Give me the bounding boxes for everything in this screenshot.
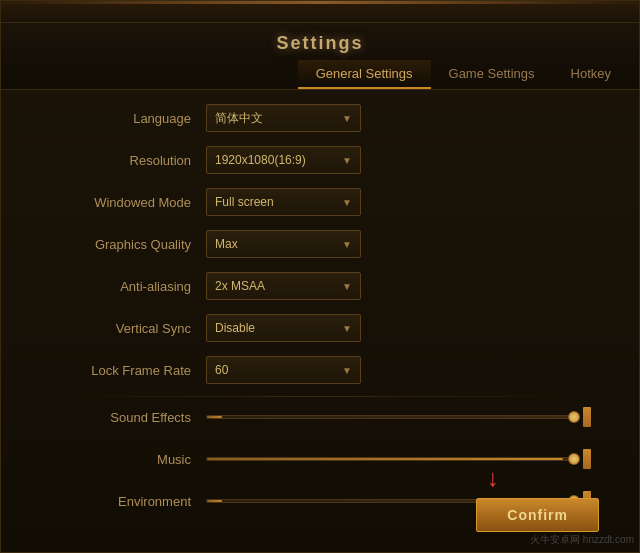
music-row: Music: [61, 443, 579, 475]
music-slider[interactable]: [206, 449, 579, 469]
settings-window: Settings General Settings Game Settings …: [0, 0, 640, 553]
environment-fill: [207, 500, 222, 502]
title-bar: Settings: [1, 23, 639, 60]
tab-hotkey[interactable]: Hotkey: [553, 60, 629, 89]
top-decorative-border: [1, 1, 639, 23]
music-thumb: [568, 453, 580, 465]
music-label: Music: [61, 452, 206, 467]
resolution-dropdown[interactable]: 1920x1080(16:9) ▼: [206, 146, 361, 174]
arrow-indicator: ↓: [487, 464, 499, 492]
language-dropdown[interactable]: 简体中文 ▼: [206, 104, 361, 132]
lock-frame-rate-dropdown[interactable]: 60 ▼: [206, 356, 361, 384]
resolution-dropdown-arrow: ▼: [342, 155, 352, 166]
confirm-button[interactable]: Confirm: [476, 498, 599, 532]
tab-bar: General Settings Game Settings Hotkey: [1, 60, 639, 90]
anti-aliasing-dropdown[interactable]: 2x MSAA ▼: [206, 272, 361, 300]
section-divider-1: [61, 396, 579, 397]
lock-frame-rate-row: Lock Frame Rate 60 ▼: [61, 354, 579, 386]
tab-game-settings[interactable]: Game Settings: [431, 60, 553, 89]
lock-frame-rate-dropdown-arrow: ▼: [342, 365, 352, 376]
watermark: 火牛安卓网 hnzzdt.com: [530, 533, 634, 547]
graphics-quality-dropdown[interactable]: Max ▼: [206, 230, 361, 258]
bottom-button-area: Confirm: [476, 498, 599, 532]
sound-effects-right-indicator: [583, 407, 591, 427]
music-track: [206, 457, 579, 461]
environment-label: Environment: [61, 494, 206, 509]
resolution-label: Resolution: [61, 153, 206, 168]
language-row: Language 简体中文 ▼: [61, 102, 579, 134]
sound-effects-fill: [207, 416, 222, 418]
windowed-mode-value: Full screen: [215, 195, 274, 209]
windowed-mode-label: Windowed Mode: [61, 195, 206, 210]
windowed-mode-row: Windowed Mode Full screen ▼: [61, 186, 579, 218]
language-dropdown-arrow: ▼: [342, 113, 352, 124]
vertical-sync-dropdown[interactable]: Disable ▼: [206, 314, 361, 342]
windowed-mode-dropdown-arrow: ▼: [342, 197, 352, 208]
music-fill: [207, 458, 563, 460]
lock-frame-rate-label: Lock Frame Rate: [61, 363, 206, 378]
anti-aliasing-label: Anti-aliasing: [61, 279, 206, 294]
language-label: Language: [61, 111, 206, 126]
vertical-sync-row: Vertical Sync Disable ▼: [61, 312, 579, 344]
sound-effects-row: Sound Effects: [61, 401, 579, 433]
music-right-indicator: [583, 449, 591, 469]
anti-aliasing-value: 2x MSAA: [215, 279, 265, 293]
graphics-quality-label: Graphics Quality: [61, 237, 206, 252]
graphics-quality-row: Graphics Quality Max ▼: [61, 228, 579, 260]
lock-frame-rate-value: 60: [215, 363, 228, 377]
resolution-row: Resolution 1920x1080(16:9) ▼: [61, 144, 579, 176]
anti-aliasing-dropdown-arrow: ▼: [342, 281, 352, 292]
vertical-sync-label: Vertical Sync: [61, 321, 206, 336]
vertical-sync-dropdown-arrow: ▼: [342, 323, 352, 334]
sound-effects-slider[interactable]: [206, 407, 579, 427]
graphics-quality-dropdown-arrow: ▼: [342, 239, 352, 250]
resolution-value: 1920x1080(16:9): [215, 153, 306, 167]
graphics-quality-value: Max: [215, 237, 238, 251]
language-value: 简体中文: [215, 110, 263, 127]
content-area: Language 简体中文 ▼ Resolution 1920x1080(16:…: [1, 90, 639, 539]
sound-effects-track: [206, 415, 579, 419]
vertical-sync-value: Disable: [215, 321, 255, 335]
sound-effects-thumb: [568, 411, 580, 423]
windowed-mode-dropdown[interactable]: Full screen ▼: [206, 188, 361, 216]
window-title: Settings: [276, 33, 363, 53]
sound-effects-label: Sound Effects: [61, 410, 206, 425]
anti-aliasing-row: Anti-aliasing 2x MSAA ▼: [61, 270, 579, 302]
tab-general-settings[interactable]: General Settings: [298, 60, 431, 89]
